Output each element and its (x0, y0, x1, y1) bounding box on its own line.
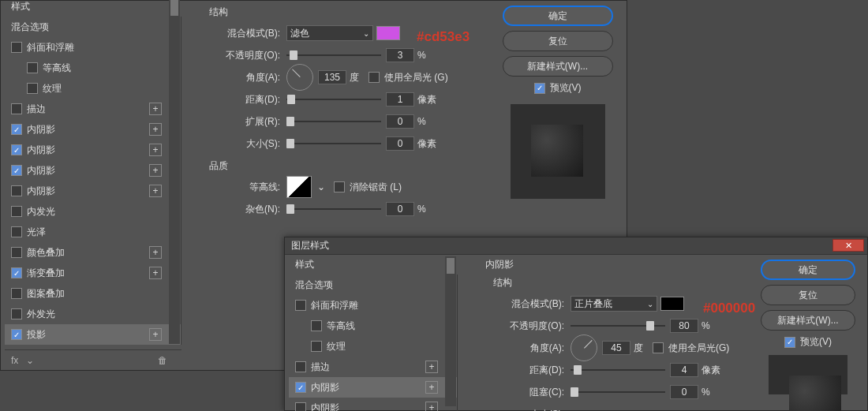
ok-button[interactable]: 确定 (503, 6, 613, 26)
add-effect-button[interactable] (149, 185, 162, 197)
style-checkbox[interactable] (11, 165, 22, 176)
style-item[interactable]: 纹理 (5, 78, 181, 99)
styles-scrollbar[interactable] (169, 0, 180, 344)
style-item[interactable]: 纹理 (289, 336, 457, 357)
angle-dial[interactable] (286, 64, 313, 91)
trash-icon[interactable]: 🗑 (158, 355, 167, 366)
style-checkbox[interactable] (27, 62, 38, 73)
style-checkbox[interactable] (295, 361, 306, 372)
global-light-checkbox[interactable] (653, 342, 664, 353)
opacity-input[interactable]: 80 (670, 319, 698, 333)
opacity-slider[interactable] (571, 320, 665, 331)
blend-mode-select[interactable]: 正片叠底 (571, 296, 657, 312)
style-item[interactable]: 内阴影 (5, 160, 181, 181)
style-item[interactable]: 内阴影 (5, 119, 181, 140)
style-checkbox[interactable] (11, 144, 22, 155)
noise-input[interactable]: 0 (386, 202, 414, 216)
style-checkbox[interactable] (11, 329, 22, 340)
blend-mode-select[interactable]: 滤色 (286, 25, 373, 41)
fx-label[interactable]: fx (11, 355, 18, 366)
style-checkbox[interactable] (11, 288, 22, 299)
style-item[interactable]: 混合选项 (289, 275, 457, 295)
spread-input[interactable]: 0 (386, 114, 414, 129)
angle-dial[interactable] (571, 334, 597, 361)
style-item[interactable]: 内发光 (5, 201, 181, 222)
titlebar[interactable]: 图层样式 ✕ (285, 237, 867, 255)
style-checkbox[interactable] (11, 206, 22, 217)
style-checkbox[interactable] (27, 83, 38, 94)
angle-input[interactable]: 135 (318, 70, 346, 84)
cancel-button[interactable]: 复位 (503, 31, 613, 51)
contour-picker[interactable] (286, 176, 312, 198)
style-checkbox[interactable] (311, 320, 322, 331)
preview-checkbox[interactable] (534, 83, 545, 94)
fx-chevron-icon[interactable]: ⌄ (26, 355, 34, 366)
distance-input[interactable]: 1 (386, 92, 414, 106)
new-style-button[interactable]: 新建样式(W)... (761, 310, 855, 331)
style-item[interactable]: 内阴影 (5, 140, 181, 160)
spread-slider[interactable] (286, 116, 381, 127)
ok-button[interactable]: 确定 (761, 260, 855, 280)
style-item[interactable]: 颜色叠加 (5, 242, 181, 263)
styles-scrollbar[interactable] (445, 256, 456, 406)
style-checkbox[interactable] (311, 341, 322, 352)
style-item[interactable]: 等高线 (289, 316, 457, 336)
distance-input[interactable]: 4 (670, 363, 698, 377)
add-effect-button[interactable] (149, 328, 162, 341)
contour-chevron-icon[interactable]: ⌄ (316, 181, 326, 192)
opacity-input[interactable]: 3 (386, 48, 414, 62)
add-effect-button[interactable] (149, 246, 162, 259)
opacity-slider[interactable] (286, 50, 381, 61)
style-item[interactable]: 斜面和浮雕 (5, 37, 181, 58)
add-effect-button[interactable] (149, 144, 162, 156)
color-swatch[interactable] (376, 26, 400, 40)
cancel-button[interactable]: 复位 (761, 285, 855, 305)
distance-slider[interactable] (286, 94, 381, 105)
preview-checkbox[interactable] (784, 337, 795, 348)
style-item[interactable]: 外发光 (5, 304, 181, 324)
size-input[interactable]: 0 (386, 136, 414, 151)
style-checkbox[interactable] (11, 185, 22, 196)
style-item[interactable]: 等高线 (5, 58, 181, 78)
style-item[interactable]: 描边 (5, 99, 181, 119)
style-checkbox[interactable] (11, 226, 22, 237)
style-checkbox[interactable] (11, 267, 22, 278)
color-swatch[interactable] (660, 297, 684, 311)
style-item[interactable]: 渐变叠加 (5, 263, 181, 283)
style-item[interactable]: 混合选项 (5, 17, 181, 37)
add-effect-button[interactable] (425, 402, 438, 411)
style-checkbox[interactable] (295, 402, 306, 411)
add-effect-button[interactable] (149, 123, 162, 136)
add-effect-button[interactable] (149, 103, 162, 115)
new-style-button[interactable]: 新建样式(W)... (503, 56, 613, 77)
style-item[interactable]: 描边 (289, 357, 457, 377)
style-item[interactable]: 内阴影 (289, 398, 457, 411)
choke-slider[interactable] (571, 387, 665, 398)
style-checkbox[interactable] (11, 124, 22, 135)
style-item[interactable]: 斜面和浮雕 (289, 295, 457, 316)
style-item[interactable]: 投影 (5, 324, 181, 345)
style-item[interactable]: 光泽 (5, 222, 181, 242)
style-checkbox[interactable] (295, 382, 306, 393)
style-checkbox[interactable] (11, 247, 22, 258)
style-item[interactable]: 内阴影 (5, 181, 181, 201)
style-checkbox[interactable] (11, 42, 22, 53)
antialias-checkbox[interactable] (334, 181, 345, 192)
distance-slider[interactable] (571, 364, 665, 376)
style-item[interactable]: 图案叠加 (5, 283, 181, 304)
noise-slider[interactable] (286, 204, 381, 215)
choke-input[interactable]: 0 (670, 385, 698, 399)
add-effect-button[interactable] (425, 361, 438, 373)
global-light-checkbox[interactable] (369, 72, 380, 83)
style-checkbox[interactable] (295, 300, 306, 311)
style-label: 内阴影 (27, 185, 55, 198)
style-item[interactable]: 内阴影 (289, 377, 457, 398)
add-effect-button[interactable] (149, 267, 162, 279)
style-checkbox[interactable] (11, 103, 22, 114)
add-effect-button[interactable] (425, 381, 438, 394)
style-checkbox[interactable] (11, 308, 22, 319)
add-effect-button[interactable] (149, 164, 162, 177)
size-slider[interactable] (286, 138, 381, 149)
close-button[interactable]: ✕ (832, 239, 864, 252)
angle-input[interactable]: 45 (602, 341, 630, 355)
